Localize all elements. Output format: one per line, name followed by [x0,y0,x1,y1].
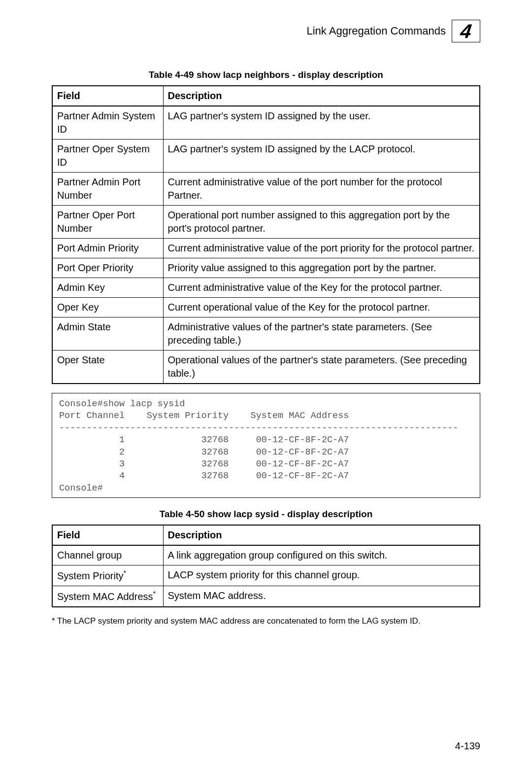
chapter-number: 4 [459,21,473,41]
table-row: Oper StateOperational values of the part… [52,351,480,384]
cell-field: System MAC Address* [52,586,163,606]
cell-description: A link aggregation group configured on t… [163,545,480,565]
table-row: System Priority*LACP system priority for… [52,565,480,586]
cell-field: Partner Admin Port Number [52,173,163,206]
cell-description: Current administrative value of the port… [163,173,480,206]
table-row: Channel groupA link aggregation group co… [52,545,480,565]
th-field: Field [52,86,163,106]
cell-description: System MAC address. [163,586,480,606]
table-row: Admin KeyCurrent administrative value of… [52,278,480,298]
cell-field: System Priority* [52,565,163,586]
cell-field: Port Admin Priority [52,239,163,258]
table-row: Port Oper PriorityPriority value assigne… [52,258,480,278]
cell-field: Partner Admin System ID [52,106,163,140]
table-row: Partner Oper Port NumberOperational port… [52,206,480,239]
th-field: Field [52,525,163,545]
cell-field: Admin Key [52,278,163,298]
cell-description: Administrative values of the partner's s… [163,317,480,351]
table49: Field Description Partner Admin System I… [52,85,480,384]
cell-field: Oper Key [52,298,163,317]
footnote-marker: * [153,590,156,598]
table-row: Admin StateAdministrative values of the … [52,317,480,351]
th-description: Description [163,86,480,106]
cell-description: LACP system priority for this channel gr… [163,565,480,586]
table-row: Partner Oper System IDLAG partner's syst… [52,140,480,173]
footnote-marker: * [123,569,126,577]
table50: Field Description Channel groupA link ag… [52,525,480,607]
cell-field: Oper State [52,351,163,384]
footnote: * The LACP system priority and system MA… [52,616,480,626]
th-description: Description [163,525,480,545]
cell-field: Partner Oper System ID [52,140,163,173]
cell-description: Current operational value of the Key for… [163,298,480,317]
table49-caption: Table 4-49 show lacp neighbors - display… [52,70,480,80]
console-output: Console#show lacp sysid Port Channel Sys… [52,393,480,498]
table-row: Partner Admin Port NumberCurrent adminis… [52,173,480,206]
chapter-badge: 4 [452,20,480,42]
cell-field: Partner Oper Port Number [52,206,163,239]
cell-description: LAG partner's system ID assigned by the … [163,106,480,140]
table-header-row: Field Description [52,525,480,545]
cell-description: Current administrative value of the port… [163,239,480,258]
cell-field: Port Oper Priority [52,258,163,278]
cell-description: Current administrative value of the Key … [163,278,480,298]
cell-field: Admin State [52,317,163,351]
cell-description: Operational port number assigned to this… [163,206,480,239]
table-row: Oper KeyCurrent operational value of the… [52,298,480,317]
cell-description: LAG partner's system ID assigned by the … [163,140,480,173]
page-number: 4-139 [455,740,480,752]
table50-caption: Table 4-50 show lacp sysid - display des… [52,509,480,520]
table-header-row: Field Description [52,86,480,106]
cell-field: Channel group [52,545,163,565]
cell-description: Operational values of the partner's stat… [163,351,480,384]
table-row: Port Admin PriorityCurrent administrativ… [52,239,480,258]
cell-description: Priority value assigned to this aggregat… [163,258,480,278]
table-row: System MAC Address*System MAC address. [52,586,480,606]
table-row: Partner Admin System IDLAG partner's sys… [52,106,480,140]
page-header: Link Aggregation Commands 4 [52,20,480,42]
header-title: Link Aggregation Commands [307,25,446,37]
